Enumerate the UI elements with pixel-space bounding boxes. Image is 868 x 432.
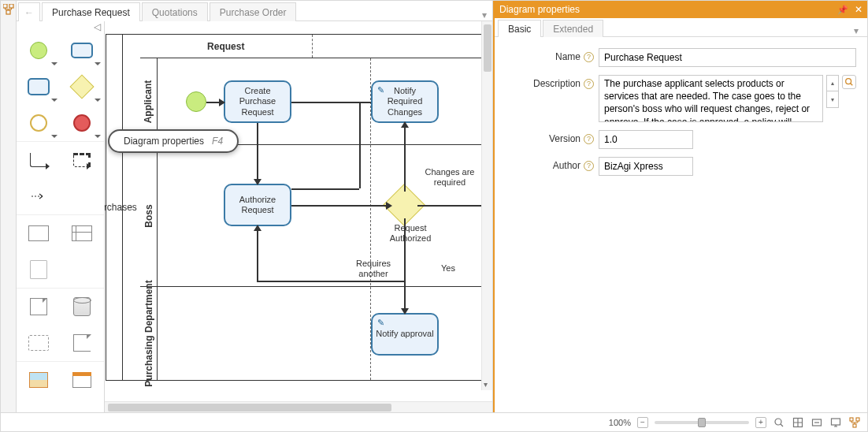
flow xyxy=(417,205,485,207)
diagram-tree-icon[interactable] xyxy=(3,4,14,17)
zoom-slider[interactable] xyxy=(655,421,749,424)
palette-end-event-icon[interactable] xyxy=(61,105,105,141)
properties-tab-extended[interactable]: Extended xyxy=(543,20,603,37)
task-notify-approval[interactable]: ✎Notify approval xyxy=(371,313,439,356)
flow xyxy=(291,188,359,190)
tab-quotations[interactable]: Quotations xyxy=(142,2,208,21)
flow xyxy=(257,123,258,184)
pin-icon[interactable]: 📌 xyxy=(837,5,848,15)
help-icon[interactable]: ? xyxy=(584,134,594,144)
svg-point-3 xyxy=(846,79,851,84)
chevron-down-icon[interactable]: ▾ xyxy=(484,380,488,389)
task-authorize-request[interactable]: Authorize Request xyxy=(224,184,291,226)
lane-boss[interactable]: Boss xyxy=(140,145,484,287)
palette-group-icon[interactable] xyxy=(17,325,61,361)
palette-data-store-icon[interactable] xyxy=(61,289,105,325)
fit-page-icon[interactable] xyxy=(792,416,804,429)
task-notify-required-changes[interactable]: ✎Notify Required Changes xyxy=(371,80,439,123)
fit-width-icon[interactable] xyxy=(811,416,823,429)
palette-association-icon[interactable] xyxy=(17,178,61,214)
zoom-in-button[interactable]: + xyxy=(755,417,766,428)
palette-intermediate-event-icon[interactable] xyxy=(17,105,61,141)
properties-titlebar[interactable]: Diagram properties 📌 ✕ xyxy=(495,1,867,18)
author-label: Author? xyxy=(506,157,594,171)
flow xyxy=(359,102,361,188)
left-rail xyxy=(1,1,17,412)
name-field[interactable] xyxy=(599,48,856,67)
flow-label-yes: Yes xyxy=(441,263,455,274)
zoom-out-button[interactable]: − xyxy=(637,417,648,428)
flow xyxy=(257,226,258,281)
help-icon[interactable]: ? xyxy=(584,161,594,171)
palette-task-icon[interactable] xyxy=(61,32,105,69)
center-column: ← Purchase Request Quotations Purchase O… xyxy=(17,1,493,412)
spin-down-icon[interactable]: ▾ xyxy=(827,91,838,107)
tab-purchase-order[interactable]: Purchase Order xyxy=(210,2,297,21)
properties-form: Name? Description? ▴▾ Version? Aut xyxy=(495,37,867,187)
flow xyxy=(257,281,404,282)
canvas-horizontal-scrollbar[interactable] xyxy=(105,401,492,412)
diagram-canvas[interactable]: Purchases Request Applicant xyxy=(105,21,492,401)
svg-rect-1 xyxy=(9,4,13,8)
start-event[interactable] xyxy=(186,91,206,112)
palette-collapse-icon[interactable]: ◁ xyxy=(17,21,104,32)
tab-label: Basic xyxy=(508,24,531,35)
palette-milestone-icon[interactable] xyxy=(61,362,105,398)
flow xyxy=(291,205,391,207)
hierarchy-icon[interactable] xyxy=(848,416,861,429)
context-tooltip-diagram-properties[interactable]: Diagram properties F4 xyxy=(108,129,239,153)
palette-message-flow-icon[interactable] xyxy=(61,142,105,178)
slider-knob[interactable] xyxy=(698,418,706,427)
version-label: Version? xyxy=(506,130,594,144)
canvas-vertical-scrollbar[interactable]: ▾ xyxy=(481,21,492,390)
palette-subprocess-icon[interactable] xyxy=(17,69,61,105)
description-expand-button[interactable] xyxy=(842,75,856,89)
task-create-purchase-request[interactable]: Create Purchase Request xyxy=(224,80,291,123)
flow-label-requires: Requires another xyxy=(346,259,401,278)
field-row-version: Version? xyxy=(506,130,856,149)
author-field[interactable] xyxy=(599,157,693,176)
palette-page-icon[interactable] xyxy=(17,251,61,288)
palette-image-icon[interactable] xyxy=(17,362,61,398)
milestone-request[interactable]: Request xyxy=(140,35,313,58)
palette-annotation-icon[interactable] xyxy=(61,325,105,361)
svg-rect-7 xyxy=(832,419,840,425)
editor-row: ◁ xyxy=(17,21,492,412)
palette-pool-icon[interactable] xyxy=(17,215,61,251)
presentation-icon[interactable] xyxy=(829,416,842,429)
palette-sequence-flow-icon[interactable] xyxy=(17,142,61,178)
description-spinner[interactable]: ▴▾ xyxy=(826,75,839,108)
canvas-wrap: Purchases Request Applicant xyxy=(105,21,492,412)
pool[interactable]: Purchases Request Applicant xyxy=(122,34,484,381)
script-icon: ✎ xyxy=(377,85,384,95)
palette-gateway-icon[interactable] xyxy=(61,69,105,105)
back-button[interactable]: ← xyxy=(18,2,40,21)
tab-purchase-request[interactable]: Purchase Request xyxy=(42,2,140,21)
scrollbar-thumb[interactable] xyxy=(484,24,491,72)
properties-tab-basic[interactable]: Basic xyxy=(498,20,541,37)
pool-title[interactable]: Purchases xyxy=(106,34,123,381)
shape-palette: ◁ xyxy=(17,21,105,412)
tabbar-overflow-chevron-icon[interactable]: ▾ xyxy=(477,9,492,20)
properties-panel-title: Diagram properties xyxy=(499,4,580,15)
milestone-empty[interactable] xyxy=(313,35,484,58)
palette-data-object-icon[interactable] xyxy=(17,289,61,325)
spin-up-icon[interactable]: ▴ xyxy=(827,76,838,91)
version-field[interactable] xyxy=(599,130,693,149)
palette-start-event-icon[interactable] xyxy=(17,32,61,69)
scrollbar-thumb[interactable] xyxy=(108,404,391,412)
description-field[interactable] xyxy=(599,75,823,122)
zoom-fit-icon[interactable] xyxy=(773,416,785,429)
document-tabbar: ← Purchase Request Quotations Purchase O… xyxy=(17,1,492,21)
app-root: ← Purchase Request Quotations Purchase O… xyxy=(0,0,868,432)
svg-rect-0 xyxy=(3,4,7,8)
palette-lane-icon[interactable] xyxy=(61,215,105,251)
help-icon[interactable]: ? xyxy=(584,52,594,62)
flow-label-authorized: Request Authorized xyxy=(383,223,438,243)
svg-rect-2 xyxy=(6,10,10,14)
arrow-icon xyxy=(254,179,262,185)
close-icon[interactable]: ✕ xyxy=(855,4,862,15)
help-icon[interactable]: ? xyxy=(584,79,594,89)
properties-tabs-chevron-icon[interactable]: ▾ xyxy=(848,25,864,36)
properties-panel: Diagram properties 📌 ✕ Basic Extended ▾ … xyxy=(493,1,867,412)
